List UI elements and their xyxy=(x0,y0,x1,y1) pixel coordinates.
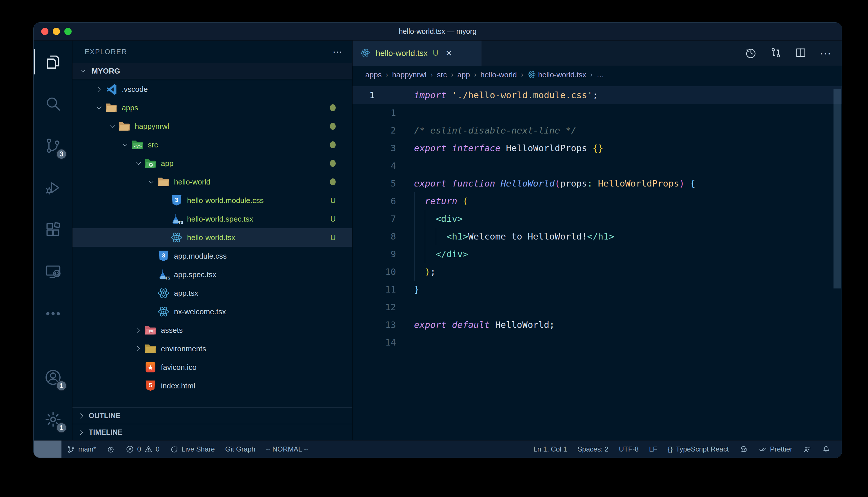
svg-text:TS: TS xyxy=(178,221,183,225)
breadcrumb-item[interactable]: app xyxy=(457,70,470,79)
remote-indicator[interactable] xyxy=(33,441,61,458)
section-timeline[interactable]: TIMELINE xyxy=(72,424,352,440)
tree-item-label: app.tsx xyxy=(174,289,198,298)
status-problems[interactable]: 00 xyxy=(120,441,165,458)
workspace-section-header[interactable]: MYORG xyxy=(72,63,352,79)
tree-item-label: nx-welcome.tsx xyxy=(174,307,226,316)
status-live-share[interactable]: Live Share xyxy=(165,441,220,458)
react-icon xyxy=(527,70,536,79)
status-cursor-position[interactable]: Ln 1, Col 1 xyxy=(528,441,572,458)
activity-item-search[interactable] xyxy=(33,83,72,125)
tree-item-assets[interactable]: assets xyxy=(72,321,352,339)
tree-item-app-tsx[interactable]: app.tsx xyxy=(72,284,352,302)
minimize-window-button[interactable] xyxy=(53,28,60,35)
status-vim-mode[interactable]: -- NORMAL -- xyxy=(261,441,314,458)
bell-icon xyxy=(822,445,831,454)
code-line: 5export function HelloWorld(props: Hello… xyxy=(353,175,842,192)
tab-modified-badge: U xyxy=(433,49,438,58)
chevron-right-icon xyxy=(93,85,105,93)
folder-tan-icon xyxy=(105,102,118,114)
open-changes-icon[interactable] xyxy=(770,47,782,60)
sync-icon xyxy=(106,445,115,454)
svg-text:3: 3 xyxy=(162,252,165,259)
feedback-icon xyxy=(803,445,812,454)
split-editor-icon[interactable] xyxy=(795,47,807,60)
warning-icon xyxy=(144,445,153,454)
braces-icon: {} xyxy=(668,445,673,453)
line-number: 1 xyxy=(353,104,396,122)
status-sync-changes[interactable] xyxy=(101,441,120,458)
code-editor[interactable]: 1import './hello-world.module.css';12/* … xyxy=(353,83,842,440)
tree-item-label: app.module.css xyxy=(174,252,227,261)
explorer-sidebar: EXPLORER ⋯ MYORG .vscodeappshappynrwl</>… xyxy=(72,41,353,440)
close-window-button[interactable] xyxy=(41,28,49,35)
tree-item-favicon-ico[interactable]: ★favicon.ico xyxy=(72,358,352,377)
tree-item-apps[interactable]: apps xyxy=(72,98,352,117)
line-number: 3 xyxy=(353,139,396,157)
tree-item-app-module-css[interactable]: 3app.module.css xyxy=(72,247,352,265)
status-git-branch[interactable]: main* xyxy=(61,441,101,458)
line-number: 5 xyxy=(353,175,396,192)
activity-item-source-control[interactable]: 3 xyxy=(33,125,72,167)
live-share-icon xyxy=(170,445,179,454)
status-eol[interactable]: LF xyxy=(644,441,662,458)
activity-item-settings[interactable]: 1 xyxy=(33,398,72,440)
test-file-icon: TS xyxy=(157,269,170,280)
tree-item-nx-welcome-tsx[interactable]: nx-welcome.tsx xyxy=(72,302,352,321)
zoom-window-button[interactable] xyxy=(64,28,72,35)
tree-item-hello-world-spec-tsx[interactable]: TShello-world.spec.tsxU xyxy=(72,210,352,228)
activity-item-run-and-debug[interactable] xyxy=(33,167,72,209)
svg-text:★: ★ xyxy=(147,364,153,371)
svg-text:5: 5 xyxy=(149,382,152,388)
line-number: 6 xyxy=(353,192,396,210)
breadcrumb-item[interactable]: hello-world.tsx xyxy=(527,70,586,79)
breadcrumb-separator: › xyxy=(451,71,453,79)
tree-item-app[interactable]: app xyxy=(72,154,352,173)
status-feedback[interactable] xyxy=(798,441,817,458)
activity-item-remote-explorer[interactable] xyxy=(33,251,72,293)
tab-close-icon[interactable]: ✕ xyxy=(445,48,453,58)
remote-explorer-icon xyxy=(44,263,62,281)
activity-item-additional-views[interactable] xyxy=(33,293,72,335)
code-line: 7 <div> xyxy=(353,210,842,228)
status-git-graph[interactable]: Git Graph xyxy=(220,441,261,458)
more-actions-icon[interactable]: ⋯ xyxy=(819,52,832,55)
favicon-file-icon: ★ xyxy=(144,361,157,373)
git-untracked-badge: U xyxy=(330,196,336,205)
tree-item-happynrwl[interactable]: happynrwl xyxy=(72,117,352,136)
breadcrumb-item[interactable]: src xyxy=(437,70,447,79)
breadcrumb-item[interactable]: happynrwl xyxy=(392,70,426,79)
status-prettier[interactable]: Prettier xyxy=(753,441,798,458)
activity-item-explorer[interactable] xyxy=(33,41,72,83)
tree-item-environments[interactable]: environments xyxy=(72,339,352,358)
status-encoding[interactable]: UTF-8 xyxy=(614,441,644,458)
status-indentation[interactable]: Spaces: 2 xyxy=(572,441,614,458)
breadcrumb-item[interactable]: hello-world xyxy=(480,70,517,79)
activity-item-accounts[interactable]: 1 xyxy=(33,356,72,398)
chevron-down-icon xyxy=(133,160,144,167)
tab-hello-world-tsx[interactable]: hello-world.tsx U ✕ xyxy=(353,41,482,66)
breadcrumb-item[interactable]: … xyxy=(597,70,604,79)
tree-item-index-html[interactable]: 5index.html xyxy=(72,377,352,395)
activity-item-extensions[interactable] xyxy=(33,209,72,251)
tree-item-label: apps xyxy=(122,103,138,112)
chevron-right-icon xyxy=(133,345,144,353)
status-notifications[interactable] xyxy=(817,441,836,458)
breadcrumb-item[interactable]: apps xyxy=(365,70,382,79)
explorer-more-actions-icon[interactable]: ⋯ xyxy=(332,49,343,55)
git-modified-dot xyxy=(330,141,336,148)
status-language-mode[interactable]: {}TypeScript React xyxy=(662,441,734,458)
tree-item-hello-world[interactable]: hello-world xyxy=(72,173,352,191)
tree-item-label: index.html xyxy=(161,381,195,390)
history-icon[interactable] xyxy=(745,47,757,60)
folder-tan-icon xyxy=(118,120,131,132)
editor-scrollbar[interactable] xyxy=(833,89,841,288)
tree-item-src[interactable]: </>src xyxy=(72,136,352,154)
tree-item--vscode[interactable]: .vscode xyxy=(72,80,352,98)
folder-app-icon xyxy=(144,158,157,169)
status-copilot[interactable] xyxy=(734,441,753,458)
tree-item-hello-world-tsx[interactable]: hello-world.tsxU xyxy=(72,228,352,247)
tree-item-hello-world-module-css[interactable]: 3hello-world.module.cssU xyxy=(72,191,352,210)
section-outline[interactable]: OUTLINE xyxy=(72,407,352,424)
tree-item-app-spec-tsx[interactable]: TSapp.spec.tsx xyxy=(72,265,352,284)
